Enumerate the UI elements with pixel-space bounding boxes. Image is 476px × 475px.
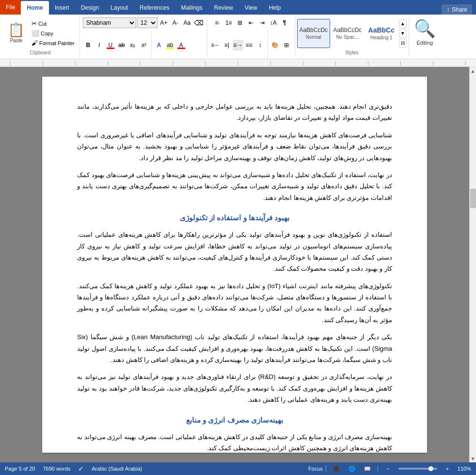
justify-button[interactable]: ≡≡ (244, 40, 254, 50)
print-layout-button[interactable]: ⬛ (331, 464, 342, 474)
heading-1: بهبود فرآیندها و استفاده از تکنولوژی (77, 211, 392, 224)
zoom-in-button[interactable]: + (442, 464, 453, 474)
proofing-icon: ✓ (78, 465, 84, 473)
clipboard-small-buttons: ✂ Cut ⬜ Copy 🖌 Format Painter (30, 19, 77, 48)
style-heading1[interactable]: AaBbCc Heading 1 (365, 19, 398, 48)
style-heading1-label: Heading 1 (370, 35, 393, 40)
increase-indent-button[interactable]: ⇥ (257, 17, 268, 28)
clipboard-content: 📋 Paste ✂ Cut ⬜ Copy 🖌 Format Painter (4, 17, 77, 49)
copy-button[interactable]: ⬜ Copy (30, 29, 77, 38)
font-size-select[interactable]: 12 (137, 17, 158, 28)
status-right: Focus ⬛ 🌐 📖 − + 110% (310, 464, 471, 474)
styles-group-label: Styles (345, 49, 358, 56)
format-painter-icon: 🖌 (32, 39, 38, 47)
styles-list: AaBbCcDc Normal AaBbCcDc No Spac... AaBb… (297, 19, 398, 48)
paste-button[interactable]: 📋 Paste (4, 21, 29, 45)
heading-2: بهینه‌سازی مصرف انرژی و منابع (77, 413, 392, 426)
decrease-indent-button[interactable]: ⇤ (246, 17, 256, 28)
align-left-button[interactable]: ≡← (210, 40, 221, 50)
document-scroll-area[interactable]: دقیق‌تری انجام دهند. همچنین، تحلیل هزینه… (0, 67, 469, 462)
tab-references[interactable]: References (134, 1, 175, 15)
tab-design[interactable]: Design (75, 1, 105, 15)
line-spacing-button[interactable]: ↕ (255, 40, 266, 50)
styles-scroll-up[interactable]: ▲ (399, 19, 407, 28)
font-content: Shabnam 12 A+ A- Aa ⌫ B I U (83, 17, 204, 60)
zoom-out-button[interactable]: − (383, 464, 394, 474)
strikethrough-button[interactable]: ab (116, 40, 127, 50)
paragraph-2: شناسایی فرصت‌های کاهش هزینه‌ها نیازمند ت… (77, 130, 392, 164)
scrollbar-thumb[interactable] (470, 189, 476, 208)
tab-home[interactable]: Home (21, 1, 48, 15)
subscript-button[interactable]: x₂ (127, 40, 138, 50)
page-info: Page 5 of 20 (5, 466, 35, 472)
divider (151, 31, 152, 60)
decrease-font-button[interactable]: A- (170, 17, 181, 28)
shading-button[interactable]: 🎨 (270, 40, 281, 50)
font-group: Shabnam 12 A+ A- Aa ⌫ B I U (80, 16, 207, 57)
change-case-button[interactable]: Aa (182, 17, 192, 28)
paragraph-content: ≡· 1≡ ⊞ ⇤ ⇥ ↕A ¶ ≡← ≡| ≡→ ≡≡ ↕ 🎨 ⊞ (210, 17, 292, 61)
font-name-row: Shabnam 12 A+ A- Aa ⌫ (83, 17, 204, 28)
focus-button[interactable]: Focus (310, 464, 321, 474)
clipboard-label: Clipboard (30, 49, 50, 56)
editing-content: 🔍 Editing (414, 18, 436, 55)
web-layout-button[interactable]: 🌐 (347, 464, 357, 474)
font-color-button[interactable]: A (176, 40, 187, 50)
bullets-button[interactable]: ≡· (212, 17, 223, 28)
multilevel-list-button[interactable]: ⊞ (235, 17, 245, 28)
reading-view-button[interactable]: 📖 (362, 464, 373, 474)
increase-font-button[interactable]: A+ (159, 17, 169, 28)
style-heading1-preview: AaBbCc (368, 26, 395, 34)
zoom-slider[interactable] (398, 468, 437, 470)
separator2 (378, 465, 378, 472)
superscript-button[interactable]: x² (139, 40, 149, 50)
tab-review[interactable]: Review (208, 1, 238, 15)
tab-view[interactable]: View (239, 1, 263, 15)
borders-button[interactable]: ⊞ (281, 40, 292, 50)
copy-icon: ⬜ (32, 30, 39, 37)
divider2 (268, 31, 268, 60)
styles-group: AaBbCcDc Normal AaBbCcDc No Spac... AaBb… (295, 16, 409, 57)
text-effects-button[interactable]: A (154, 40, 164, 50)
bold-button[interactable]: B (83, 40, 94, 50)
numbering-button[interactable]: 1≡ (223, 17, 234, 28)
paragraph-3: در نهایت، استفاده از تکنیک‌های تحلیل داد… (77, 169, 392, 203)
share-button[interactable]: ↑ Share (442, 4, 472, 15)
highlight-button[interactable]: ab (165, 40, 175, 50)
format-painter-button[interactable]: 🖌 Format Painter (30, 38, 77, 48)
show-formatting-button[interactable]: ¶ (279, 17, 290, 28)
styles-content: AaBbCcDc Normal AaBbCcDc No Spac... AaBb… (297, 17, 407, 49)
tab-insert[interactable]: Insert (49, 1, 75, 15)
italic-button[interactable]: I (94, 40, 105, 50)
style-normal[interactable]: AaBbCcDc Normal (297, 19, 330, 48)
underline-button[interactable]: U (105, 40, 116, 50)
font-name-select[interactable]: Shabnam (83, 17, 136, 28)
document-page[interactable]: دقیق‌تری انجام دهند. همچنین، تحلیل هزینه… (42, 77, 427, 453)
tab-layout[interactable]: Layout (105, 1, 134, 15)
cut-button[interactable]: ✂ Cut (30, 19, 77, 28)
style-normal-label: Normal (306, 34, 321, 40)
align-center-button[interactable]: ≡| (222, 40, 232, 50)
align-right-button[interactable]: ≡→ (233, 40, 243, 50)
vertical-scrollbar[interactable]: ▲ ▼ (469, 67, 476, 462)
style-no-spacing[interactable]: AaBbCcDc No Spac... (331, 19, 364, 48)
scroll-up-button[interactable]: ▲ (470, 67, 476, 75)
ruler-marks: ||||| ||||| ||||| (10, 61, 466, 66)
scrollbar-track[interactable] (470, 75, 476, 455)
search-icon[interactable]: 🔍 (414, 18, 436, 39)
document-container: دقیق‌تری انجام دهند. همچنین، تحلیل هزینه… (0, 67, 476, 462)
paragraph-row1: ≡· 1≡ ⊞ ⇤ ⇥ ↕A ¶ (212, 17, 290, 28)
word-count: 7690 words (43, 466, 70, 472)
paragraph-group: ≡· 1≡ ⊞ ⇤ ⇥ ↕A ¶ ≡← ≡| ≡→ ≡≡ ↕ 🎨 ⊞ Parag… (207, 16, 295, 57)
styles-scroll-down[interactable]: ▼ (399, 29, 407, 38)
tab-mailings[interactable]: Mailings (175, 1, 208, 15)
paragraph-row2: ≡← ≡| ≡→ ≡≡ ↕ 🎨 ⊞ (210, 31, 292, 60)
tab-help[interactable]: Help (263, 1, 287, 15)
paragraph-4: استفاده از تکنولوژی‌های نوین و بهبود فرآ… (77, 229, 392, 275)
paragraph-1: دقیق‌تری انجام دهند. همچنین، تحلیل هزینه… (77, 101, 392, 124)
sort-button[interactable]: ↕A (268, 17, 279, 28)
tab-file[interactable]: File (0, 0, 21, 15)
clear-formatting-button[interactable]: ⌫ (193, 17, 204, 28)
scroll-down-button[interactable]: ▼ (470, 455, 476, 462)
styles-expand[interactable]: ⊟ (399, 39, 407, 48)
